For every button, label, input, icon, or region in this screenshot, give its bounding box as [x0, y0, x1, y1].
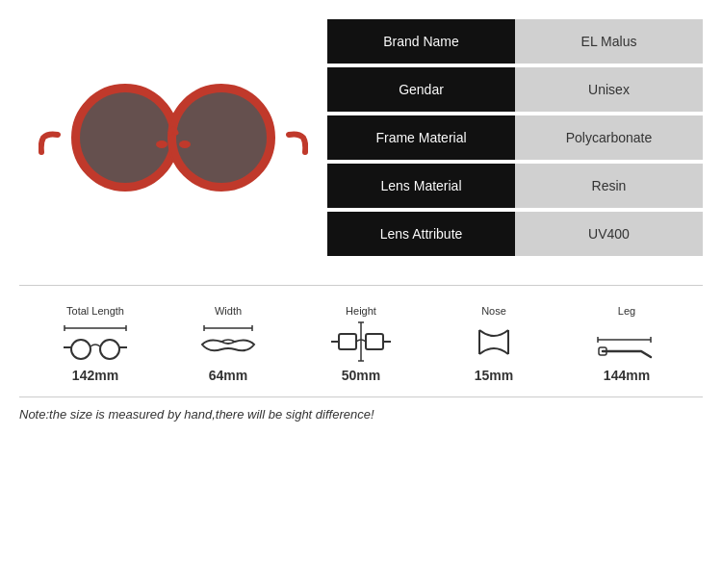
spec-value: UV400	[515, 212, 703, 256]
spec-value: Unisex	[515, 67, 703, 112]
dimension-item: Height 50mm	[303, 305, 419, 383]
top-section: Brand NameEL MalusGendarUnisexFrame Mate…	[19, 19, 703, 256]
dimension-value: 50mm	[342, 368, 380, 383]
spec-label: Gendar	[327, 67, 515, 112]
spec-value: Polycarbonate	[515, 115, 703, 160]
note-section: Note:the size is measured by hand,there …	[19, 396, 703, 422]
spec-row: Brand NameEL Malus	[327, 19, 703, 64]
dimension-value: 64mm	[209, 368, 247, 383]
dimension-icon	[593, 320, 660, 364]
svg-point-3	[176, 92, 267, 183]
spec-row: GendarUnisex	[327, 67, 703, 112]
dimension-item: Nose 15mm	[436, 305, 552, 383]
dimension-value: 144mm	[604, 368, 650, 383]
spec-value: EL Malus	[515, 19, 703, 64]
dimension-item: Total Length 142mm	[38, 305, 153, 383]
svg-point-9	[71, 340, 90, 359]
spec-row: Frame MaterialPolycarbonate	[327, 115, 703, 160]
svg-point-10	[100, 340, 119, 359]
dimension-label: Width	[215, 305, 242, 317]
main-container: Brand NameEL MalusGendarUnisexFrame Mate…	[0, 0, 722, 588]
dimension-item: Leg 144mm	[569, 305, 684, 383]
svg-point-5	[179, 141, 191, 148]
dimension-icon	[327, 320, 395, 364]
dimension-item: Width 64mm	[170, 305, 286, 383]
spec-row: Lens AttributeUV400	[327, 212, 703, 256]
dimension-label: Leg	[618, 305, 635, 317]
svg-point-1	[80, 92, 170, 183]
dimension-value: 142mm	[72, 368, 118, 383]
dimension-label: Total Length	[66, 305, 124, 317]
note-text: Note:the size is measured by hand,there …	[19, 407, 374, 422]
svg-point-4	[156, 141, 168, 148]
dimension-icon	[194, 320, 262, 364]
dimension-label: Height	[346, 305, 376, 317]
dimensions-section: Total Length 142mmWidth 64mmHeight	[19, 295, 703, 383]
glasses-image	[19, 65, 327, 210]
svg-rect-19	[339, 334, 356, 349]
dimension-icon	[62, 320, 129, 364]
spec-row: Lens MaterialResin	[327, 164, 703, 208]
spec-value: Resin	[515, 164, 703, 208]
svg-rect-20	[366, 334, 383, 349]
dimension-label: Nose	[481, 305, 506, 317]
specs-table: Brand NameEL MalusGendarUnisexFrame Mate…	[327, 19, 703, 256]
dimension-value: 15mm	[475, 368, 513, 383]
spec-label: Lens Attribute	[327, 212, 515, 256]
spec-label: Brand Name	[327, 19, 515, 64]
dimension-icon	[460, 320, 528, 364]
top-divider	[19, 285, 703, 286]
spec-label: Lens Material	[327, 164, 515, 208]
spec-label: Frame Material	[327, 115, 515, 160]
